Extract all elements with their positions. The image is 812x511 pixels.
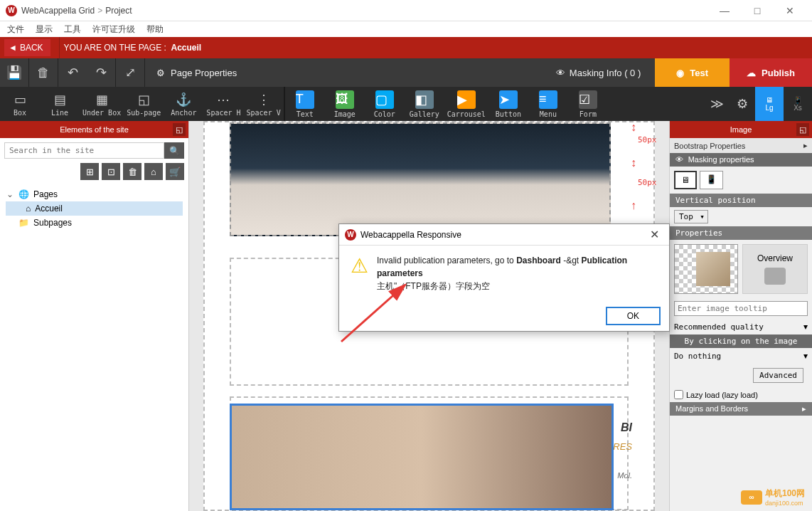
image-thumbnail[interactable] xyxy=(674,244,738,294)
search-input[interactable] xyxy=(4,142,164,159)
watermark-logo: ∞ xyxy=(741,490,762,505)
home-icon[interactable]: ⌂ xyxy=(144,163,163,180)
collapse-button[interactable]: ⤢ xyxy=(116,58,144,87)
popout-icon[interactable]: ◱ xyxy=(173,123,186,136)
dialog-close-button[interactable]: ✕ xyxy=(646,228,663,241)
breadcrumb-separator: > xyxy=(97,6,102,16)
tree-accueil[interactable]: ⌂Accueil xyxy=(6,201,183,216)
vpos-select-row: Top xyxy=(670,207,812,226)
save-button[interactable]: 💾 xyxy=(0,58,28,87)
camera-icon xyxy=(764,268,786,285)
gear-icon: ⚙ xyxy=(156,68,165,78)
tool-carrousel[interactable]: ▶Carrousel xyxy=(444,87,488,121)
canvas-text-sub[interactable]: RES xyxy=(613,441,632,452)
cart-icon[interactable]: 🛒 xyxy=(166,163,184,180)
folder-icon: 📁 xyxy=(18,218,29,228)
tool-spacer-v[interactable]: ⋮Spacer V xyxy=(244,87,284,121)
watermark-text: 单机100网 xyxy=(765,488,805,500)
tool-line[interactable]: ▤Line xyxy=(40,87,80,121)
ruler-label: 50px xyxy=(638,135,657,144)
menu-file[interactable]: 文件 xyxy=(7,23,24,36)
masking-section[interactable]: 👁 Masking properties xyxy=(670,153,812,167)
viewport-lg[interactable]: 🖥Lg xyxy=(755,87,784,121)
close-button[interactable]: ✕ xyxy=(774,0,806,21)
dialog-message: Invalid publication parameters, go to Da… xyxy=(377,254,658,293)
dialog-body: ⚠ Invalid publication parameters, go to … xyxy=(339,246,669,301)
device-mobile[interactable]: 📱 xyxy=(700,171,723,189)
tool-anchor[interactable]: ⚓Anchor xyxy=(164,87,203,121)
maximize-button[interactable]: □ xyxy=(741,0,774,21)
tool-color[interactable]: ▢Color xyxy=(365,87,405,121)
viewport-xs[interactable]: 📱Xs xyxy=(784,87,812,121)
expand-icon[interactable]: ⌄ xyxy=(6,189,14,199)
menu-tools[interactable]: 工具 xyxy=(64,23,81,36)
menu-license[interactable]: 许可证升级 xyxy=(92,23,135,36)
props-section: Properties xyxy=(670,226,812,240)
undo-button[interactable]: ↶ xyxy=(58,58,87,87)
canvas-text-body[interactable]: Mol. xyxy=(617,471,632,480)
settings-icon[interactable]: ⚙ xyxy=(730,87,755,121)
menu-help[interactable]: 帮助 xyxy=(146,23,164,36)
tool-image[interactable]: 🖼Image xyxy=(325,87,365,121)
tool-text[interactable]: TText xyxy=(285,87,325,121)
tooltip-input[interactable] xyxy=(674,301,808,316)
device-desktop[interactable]: 🖥 xyxy=(674,171,697,189)
vpos-select[interactable]: Top xyxy=(674,210,708,223)
ruler-arrow-icon: ↕ xyxy=(631,157,636,169)
redo-button[interactable]: ↷ xyxy=(87,58,115,87)
tool-button[interactable]: ➤Button xyxy=(488,87,528,121)
tool-subpage[interactable]: ◱Sub-page xyxy=(124,87,164,121)
click-action-select[interactable]: Do nothing xyxy=(674,352,721,361)
lazy-load-check[interactable]: Lazy load (lazy load) xyxy=(670,387,812,402)
margins-section[interactable]: Margins and Borders▸ xyxy=(670,402,812,416)
tree-pages[interactable]: ⌄🌐Pages xyxy=(6,187,183,201)
titlebar: W WebAcappella Grid>Project — □ ✕ xyxy=(0,0,812,21)
anchor-icon: ⚓ xyxy=(176,92,191,107)
chevron-down-icon[interactable]: ▾ xyxy=(803,351,808,361)
bootstrap-properties-row[interactable]: Bootstrap Properties▸ xyxy=(670,138,812,153)
left-panel: Elements of the site◱ 🔍 ⊞ ⊡ 🗑 ⌂ 🛒 ⌄🌐Page… xyxy=(0,121,189,511)
publish-button[interactable]: ☁Publish xyxy=(730,58,812,87)
add-folder-icon[interactable]: ⊡ xyxy=(102,163,120,180)
cloud-icon: ☁ xyxy=(747,68,756,78)
overview-box[interactable]: Overview xyxy=(742,244,808,294)
tree-subpages[interactable]: 📁Subpages xyxy=(6,216,183,230)
window-controls: — □ ✕ xyxy=(708,0,806,21)
menu-display[interactable]: 显示 xyxy=(36,23,53,36)
advanced-button[interactable]: Advanced xyxy=(753,368,803,383)
dialog-title-text: Webacappella Responsive xyxy=(360,230,461,240)
subpage-icon: ◱ xyxy=(138,92,150,107)
page-info: YOU ARE ON THE PAGE : Accueil xyxy=(64,43,202,53)
phone-icon: 📱 xyxy=(794,96,802,104)
popout-icon[interactable]: ◱ xyxy=(796,123,809,136)
page-properties-button[interactable]: ⚙Page Properties xyxy=(145,68,248,78)
quality-label: Recommended quality xyxy=(674,322,764,332)
add-page-icon[interactable]: ⊞ xyxy=(80,163,99,180)
home-icon: ⌂ xyxy=(26,204,31,214)
canvas-image-selected[interactable] xyxy=(230,404,614,510)
delete-button[interactable]: 🗑 xyxy=(29,58,58,87)
back-button[interactable]: ◄BACK xyxy=(4,39,50,56)
tool-menu[interactable]: ≡Menu xyxy=(528,87,568,121)
tool-spacer-h[interactable]: ⋯Spacer H xyxy=(203,87,243,121)
tool-box[interactable]: ▭Box xyxy=(0,87,40,121)
delete-icon[interactable]: 🗑 xyxy=(123,163,141,180)
page-bar: ◄BACK YOU ARE ON THE PAGE : Accueil xyxy=(0,37,812,58)
lazy-checkbox[interactable] xyxy=(674,390,683,399)
dialog-logo: W xyxy=(345,229,356,241)
minimize-button[interactable]: — xyxy=(708,0,741,21)
canvas-image-1[interactable] xyxy=(230,122,611,236)
form-icon: ☑ xyxy=(579,90,597,109)
dialog-footer: OK xyxy=(339,301,669,331)
eye-icon: 👁 xyxy=(675,155,683,164)
tool-form[interactable]: ☑Form xyxy=(568,87,608,121)
masking-info[interactable]: 👁Masking Info ( 0 ) xyxy=(542,58,655,87)
canvas-text-heading[interactable]: BI xyxy=(621,421,632,434)
ok-button[interactable]: OK xyxy=(606,307,661,325)
search-button[interactable]: 🔍 xyxy=(164,142,184,159)
tool-gallery[interactable]: ◧Gallery xyxy=(405,87,444,121)
tool-underbox[interactable]: ▦Under Box xyxy=(80,87,124,121)
test-button[interactable]: ◉Test xyxy=(655,58,730,87)
align-icon[interactable]: ≫ xyxy=(704,87,730,121)
chevron-down-icon[interactable]: ▾ xyxy=(803,322,808,332)
